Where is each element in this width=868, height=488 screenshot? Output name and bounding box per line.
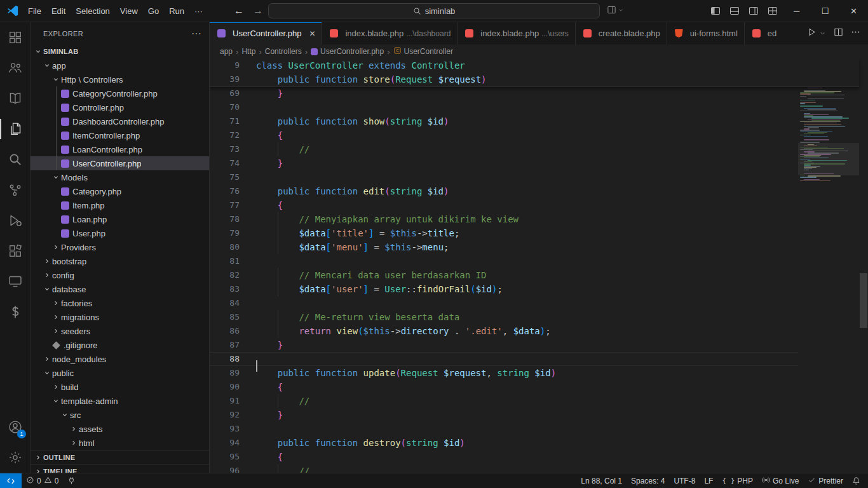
line-number[interactable]: 84 — [210, 296, 240, 310]
line-number[interactable]: 93 — [210, 422, 240, 436]
project-root-header[interactable]: SIMINLAB — [31, 44, 209, 58]
menu-edit[interactable]: Edit — [46, 4, 71, 18]
breadcrumb-item-app[interactable]: app — [220, 47, 233, 56]
code-line[interactable]: 80 $data['menu'] = $this->menu; — [210, 240, 798, 254]
activity-extensions-icon[interactable] — [0, 236, 31, 266]
tab-create-blade-php[interactable]: create.blade.php — [576, 22, 667, 44]
activity-grid-icon[interactable] — [0, 22, 31, 53]
activity-people-icon[interactable] — [0, 53, 31, 83]
tab-usercontroller-php[interactable]: UserController.php✕ — [210, 22, 322, 44]
activity-run-debug-icon[interactable] — [0, 205, 31, 236]
line-number[interactable]: 77 — [210, 198, 240, 212]
code-line[interactable]: 86 return view($this->directory . '.edit… — [210, 324, 798, 338]
toggle-secondary-sidebar-icon[interactable] — [744, 3, 763, 19]
code-line[interactable]: 91 // — [210, 394, 798, 408]
minimap[interactable] — [798, 58, 859, 473]
code-line[interactable]: 90 { — [210, 380, 798, 394]
tree-item-node-modules[interactable]: node_modules — [31, 352, 209, 366]
notifications-bell-icon[interactable] — [848, 473, 868, 488]
menu-view[interactable]: View — [115, 4, 143, 18]
tree-item-migrations[interactable]: migrations — [31, 310, 209, 324]
status-prettier[interactable]: Prettier — [803, 473, 848, 488]
line-number[interactable]: 91 — [210, 394, 240, 408]
menu-more[interactable]: ··· — [189, 4, 208, 18]
menu-run[interactable]: Run — [164, 4, 189, 18]
tab-index-blade-php[interactable]: index.blade.php...\dashboard — [322, 22, 458, 44]
tree-item-bootstrap[interactable]: bootstrap — [31, 254, 209, 268]
tree-item-build[interactable]: build — [31, 380, 209, 394]
tree-item-categorycontroller-php[interactable]: CategoryController.php — [31, 86, 209, 100]
code-line[interactable]: 94 public function destroy(string $id) — [210, 436, 798, 450]
toggle-sidebar-icon[interactable] — [706, 3, 725, 19]
menu-file[interactable]: File — [23, 4, 46, 18]
status-language-mode[interactable]: { }PHP — [717, 473, 757, 488]
tree-item-assets[interactable]: assets — [31, 422, 209, 436]
activity-search-icon[interactable] — [0, 144, 31, 175]
split-editor-icon[interactable] — [834, 27, 843, 39]
line-number[interactable]: 94 — [210, 436, 240, 450]
run-code-icon[interactable] — [807, 27, 817, 39]
close-button[interactable]: ✕ — [839, 0, 868, 22]
code-line[interactable]: 87 } — [210, 338, 798, 352]
line-number[interactable]: 79 — [210, 226, 240, 240]
line-number[interactable]: 78 — [210, 212, 240, 226]
line-number[interactable]: 9 — [210, 58, 240, 72]
activity-settings-icon[interactable] — [0, 442, 31, 473]
tree-item-user-php[interactable]: User.php — [31, 226, 209, 240]
customize-layout-icon[interactable] — [763, 3, 782, 19]
line-number[interactable]: 82 — [210, 268, 240, 282]
line-number[interactable]: 73 — [210, 142, 240, 156]
activity-account-icon[interactable]: 1 — [0, 412, 31, 442]
code-line[interactable]: 9class UserController extends Controller — [210, 58, 859, 72]
status-go-live[interactable]: Go Live — [757, 473, 803, 488]
code-line[interactable]: 74 } — [210, 156, 798, 170]
tab-index-blade-php[interactable]: index.blade.php...\users — [458, 22, 576, 44]
tree-item-public[interactable]: public — [31, 366, 209, 380]
code-line[interactable]: 76 public function edit(string $id) — [210, 184, 798, 198]
nav-forward-icon[interactable]: → — [253, 5, 263, 17]
code-line[interactable]: 69 } — [210, 86, 798, 100]
line-number[interactable]: 39 — [210, 72, 240, 86]
activity-explorer-icon[interactable] — [0, 114, 31, 144]
tree-item-loancontroller-php[interactable]: LoanController.php — [31, 142, 209, 156]
tree-item-app[interactable]: app — [31, 58, 209, 72]
code-line[interactable]: 75 — [210, 170, 798, 184]
tree-item-http-controllers[interactable]: Http \ Controllers — [31, 72, 209, 86]
code-line[interactable]: 79 $data['title'] = $this->title; — [210, 226, 798, 240]
tree-item-template-admin[interactable]: template-admin — [31, 394, 209, 408]
code-line[interactable]: 84 — [210, 296, 798, 310]
activity-source-control-icon[interactable] — [0, 175, 31, 205]
code-line[interactable]: 78 // Menyiapkan array untuk dikirim ke … — [210, 212, 798, 226]
outline-panel-header[interactable]: OUTLINE — [31, 450, 209, 464]
menu-go[interactable]: Go — [143, 4, 164, 18]
breadcrumb-symbol[interactable]: UserController — [393, 46, 453, 57]
window-layout-dropdown-icon[interactable] — [607, 5, 624, 15]
code-line[interactable]: 72 { — [210, 128, 798, 142]
menu-selection[interactable]: Selection — [71, 4, 114, 18]
tab-ui-forms-html[interactable]: ui-forms.html — [667, 22, 745, 44]
status-eol[interactable]: LF — [700, 473, 717, 488]
code-line[interactable]: 71 public function show(string $id) — [210, 114, 798, 128]
breadcrumb-item-http[interactable]: Http — [241, 47, 255, 56]
tree-item-gitignore[interactable]: .gitignore — [31, 338, 209, 352]
line-number[interactable]: 81 — [210, 254, 240, 268]
plug-icon[interactable] — [63, 473, 80, 488]
code-line[interactable]: 93 — [210, 422, 798, 436]
tree-item-html[interactable]: html — [31, 436, 209, 450]
run-dropdown-chevron-icon[interactable] — [824, 28, 826, 39]
code-line[interactable]: 39 public function store(Request $reques… — [210, 72, 859, 86]
tree-item-usercontroller-php[interactable]: UserController.php — [31, 156, 209, 170]
line-number[interactable]: 83 — [210, 282, 240, 296]
code-editor[interactable]: 69 }7071 public function show(string $id… — [210, 58, 868, 473]
code-line[interactable]: 89 public function update(Request $reque… — [210, 366, 798, 380]
tab-ed[interactable]: ed — [745, 22, 782, 44]
line-number[interactable]: 92 — [210, 408, 240, 422]
scrollbar-thumb[interactable] — [860, 273, 867, 328]
tree-item-factories[interactable]: factories — [31, 296, 209, 310]
line-number[interactable]: 80 — [210, 240, 240, 254]
line-number[interactable]: 72 — [210, 128, 240, 142]
line-number[interactable]: 86 — [210, 324, 240, 338]
tree-item-item-php[interactable]: Item.php — [31, 198, 209, 212]
nav-back-icon[interactable]: ← — [234, 5, 244, 17]
explorer-more-actions-icon[interactable]: ··· — [191, 28, 201, 39]
